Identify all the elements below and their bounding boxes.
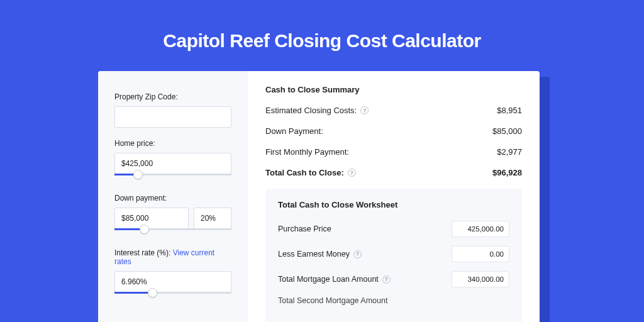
worksheet-row-earnest-money: Less Earnest Money ?	[278, 246, 509, 262]
interest-rate-label: Interest rate (%): View current rates	[114, 248, 231, 266]
down-payment-group: Down payment:	[114, 194, 231, 237]
summary-row-down-payment: Down Payment: $85,000	[265, 126, 522, 136]
worksheet-label: Purchase Price	[278, 225, 331, 233]
worksheet-panel: Total Cash to Close Worksheet Purchase P…	[265, 189, 522, 322]
worksheet-row-purchase-price: Purchase Price	[278, 221, 509, 237]
home-price-label: Home price:	[114, 139, 231, 148]
summary-label: First Monthly Payment:	[265, 147, 349, 157]
help-icon[interactable]: ?	[360, 106, 369, 114]
calculator-card: Property Zip Code: Home price: Down paym…	[98, 71, 540, 322]
summary-row-total: Total Cash to Close: ? $96,928	[265, 168, 522, 177]
interest-rate-input[interactable]	[114, 271, 231, 292]
inputs-panel: Property Zip Code: Home price: Down paym…	[98, 71, 248, 322]
help-icon[interactable]: ?	[382, 275, 391, 284]
help-icon[interactable]: ?	[353, 250, 362, 258]
worksheet-label: Total Second Mortgage Amount	[278, 296, 387, 305]
home-price-input[interactable]	[114, 153, 231, 174]
summary-label: Down Payment:	[265, 126, 323, 136]
summary-value: $2,977	[497, 147, 522, 157]
zip-label: Property Zip Code:	[114, 92, 231, 101]
summary-label: Estimated Closing Costs:	[265, 106, 357, 115]
results-panel: Cash to Close Summary Estimated Closing …	[248, 71, 540, 322]
page-title: Capitol Reef Closing Cost Calculator	[0, 0, 644, 52]
worksheet-input[interactable]	[452, 246, 509, 262]
down-payment-slider[interactable]	[114, 228, 231, 237]
down-payment-label: Down payment:	[114, 194, 231, 203]
summary-total-value: $96,928	[492, 168, 522, 177]
down-payment-input[interactable]	[114, 208, 189, 229]
summary-total-label: Total Cash to Close:	[265, 168, 344, 177]
interest-rate-group: Interest rate (%): View current rates	[114, 248, 231, 301]
worksheet-heading: Total Cash to Close Worksheet	[278, 200, 509, 209]
summary-row-closing-costs: Estimated Closing Costs: ? $8,951	[265, 106, 522, 115]
home-price-group: Home price:	[114, 139, 231, 182]
interest-rate-slider[interactable]	[114, 292, 231, 301]
help-icon[interactable]: ?	[348, 169, 356, 177]
home-price-slider[interactable]	[114, 174, 231, 182]
worksheet-label: Less Earnest Money	[278, 250, 350, 258]
worksheet-row-mortgage-amount: Total Mortgage Loan Amount ?	[278, 271, 509, 287]
zip-group: Property Zip Code:	[114, 92, 231, 128]
summary-value: $85,000	[492, 126, 522, 136]
worksheet-row-second-mortgage: Total Second Mortgage Amount	[278, 296, 509, 305]
summary-value: $8,951	[497, 106, 522, 115]
worksheet-input[interactable]	[452, 271, 509, 287]
worksheet-input[interactable]	[452, 221, 509, 237]
down-payment-percent-input[interactable]	[194, 208, 231, 229]
summary-heading: Cash to Close Summary	[265, 85, 522, 94]
summary-row-first-payment: First Monthly Payment: $2,977	[265, 147, 522, 157]
zip-input[interactable]	[114, 106, 231, 128]
worksheet-label: Total Mortgage Loan Amount	[278, 275, 379, 284]
